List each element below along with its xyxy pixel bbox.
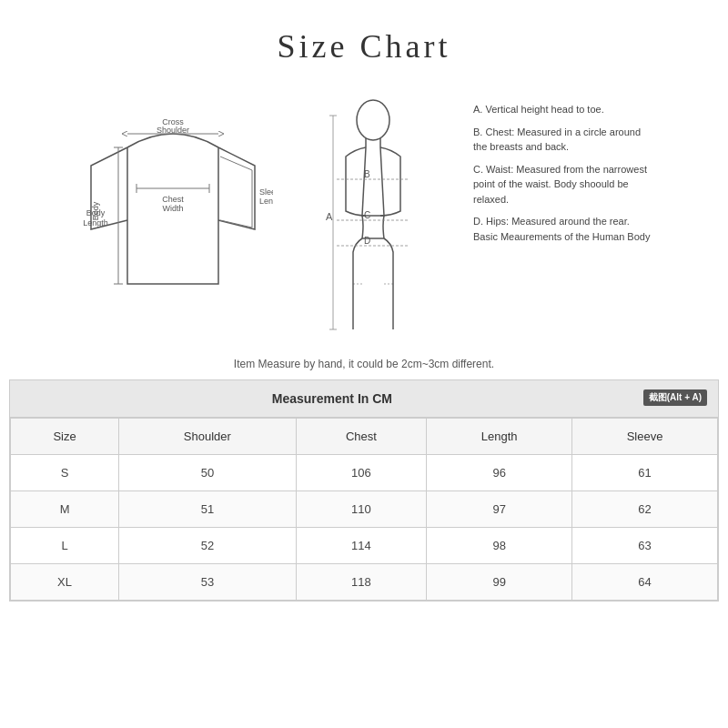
svg-text:Body: Body — [86, 208, 106, 217]
table-row: M511109762 — [11, 491, 718, 528]
table-cell: 118 — [296, 564, 427, 601]
table-row: L521149863 — [11, 528, 718, 564]
table-row: S501069661 — [11, 455, 718, 491]
svg-text:Length: Length — [83, 218, 108, 228]
col-length: Length — [427, 419, 572, 455]
note-text: Item Measure by hand, it could be 2cm~3c… — [0, 350, 728, 379]
table-cell: 50 — [119, 455, 297, 491]
measurements-legend: A. Vertical height head to toe. B. Chest… — [473, 93, 655, 251]
table-cell: S — [11, 455, 119, 491]
translate-badge[interactable]: 截图(Alt + A) — [643, 389, 707, 406]
svg-text:Length: Length — [259, 197, 273, 206]
table-cell: L — [11, 528, 119, 564]
svg-line-14 — [220, 157, 252, 170]
table-cell: 98 — [427, 528, 572, 564]
table-header-row: Size Shoulder Chest Length Sleeve — [11, 419, 718, 455]
svg-text:Shoulder: Shoulder — [157, 126, 189, 135]
garment-diagram: Cross Shoulder Body Body Length Chest Wi… — [73, 93, 273, 323]
table-cell: 53 — [119, 564, 297, 601]
table-cell: 110 — [296, 491, 427, 528]
table-cell: 64 — [572, 564, 718, 601]
svg-text:Sleeve: Sleeve — [259, 187, 273, 197]
svg-text:D: D — [364, 236, 370, 246]
legend-D: D. Hips: Measured around the rear. Basic… — [473, 214, 655, 244]
body-diagram: B C D A — [300, 93, 446, 341]
svg-line-15 — [220, 220, 252, 228]
table-cell: 97 — [427, 491, 572, 528]
table-cell: M — [11, 491, 119, 528]
table-cell: 99 — [427, 564, 572, 601]
table-row: XL531189964 — [11, 564, 718, 601]
table-header: 截图(Alt + A) Measurement In CM — [10, 380, 718, 418]
svg-text:A: A — [326, 211, 333, 222]
table-cell: 51 — [119, 491, 297, 528]
svg-text:B: B — [364, 169, 370, 179]
svg-text:C: C — [364, 210, 370, 220]
table-cell: 52 — [119, 528, 297, 564]
diagram-section: Cross Shoulder Body Body Length Chest Wi… — [0, 84, 728, 350]
table-cell: 62 — [572, 491, 718, 528]
svg-text:Width: Width — [162, 204, 183, 213]
col-sleeve: Sleeve — [572, 419, 718, 455]
legend-C: C. Waist: Measured from the narrowest po… — [473, 162, 655, 207]
table-cell: 61 — [572, 455, 718, 491]
table-cell: 96 — [427, 455, 572, 491]
col-shoulder: Shoulder — [119, 419, 297, 455]
table-cell: XL — [11, 564, 119, 601]
legend-A: A. Vertical height head to toe. — [473, 102, 655, 117]
page-title: Size Chart — [0, 0, 728, 84]
table-cell: 114 — [296, 528, 427, 564]
col-size: Size — [11, 419, 119, 455]
measurement-table-wrapper: 截图(Alt + A) Measurement In CM Size Shoul… — [9, 379, 719, 602]
col-chest: Chest — [296, 419, 427, 455]
legend-B: B. Chest: Measured in a circle around th… — [473, 125, 655, 155]
svg-point-19 — [357, 100, 389, 140]
svg-text:Chest: Chest — [162, 195, 184, 204]
table-cell: 63 — [572, 528, 718, 564]
measurement-table: Size Shoulder Chest Length Sleeve S50106… — [10, 418, 718, 601]
table-cell: 106 — [296, 455, 427, 491]
